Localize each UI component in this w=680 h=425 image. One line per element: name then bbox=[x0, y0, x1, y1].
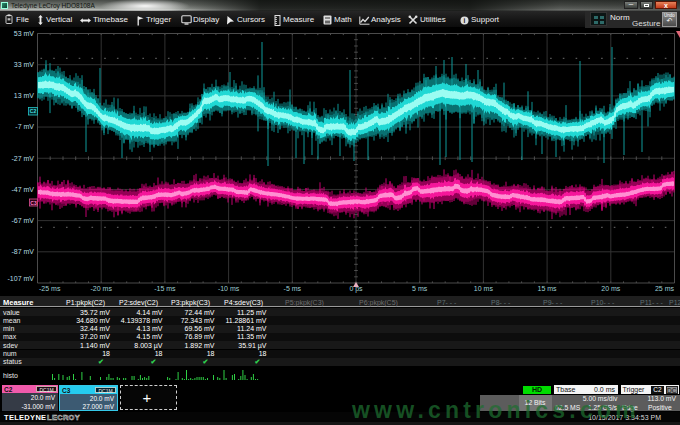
svg-text:-5 ms: -5 ms bbox=[284, 285, 302, 292]
svg-text:-67 mV: -67 mV bbox=[11, 217, 34, 224]
svg-text:13 mV: 13 mV bbox=[14, 92, 35, 99]
svg-text:-25 ms: -25 ms bbox=[39, 285, 61, 292]
svg-text:-47 mV: -47 mV bbox=[11, 186, 34, 193]
svg-text:15 ms: 15 ms bbox=[538, 285, 558, 292]
svg-text:-27 mV: -27 mV bbox=[11, 155, 34, 162]
svg-text:25 ms: 25 ms bbox=[655, 285, 675, 292]
svg-text:-107 mV: -107 mV bbox=[8, 275, 35, 282]
svg-text:C3: C3 bbox=[30, 200, 37, 206]
svg-text:-87 mV: -87 mV bbox=[11, 248, 34, 255]
svg-text:-7 mV: -7 mV bbox=[15, 123, 34, 130]
svg-text:53 mV: 53 mV bbox=[14, 30, 35, 37]
svg-text:-10 ms: -10 ms bbox=[218, 285, 240, 292]
svg-text:C2: C2 bbox=[30, 108, 37, 114]
svg-text:-20 ms: -20 ms bbox=[90, 285, 112, 292]
svg-text:33 mV: 33 mV bbox=[14, 61, 35, 68]
svg-text:10 ms: 10 ms bbox=[474, 285, 494, 292]
svg-text:20 ms: 20 ms bbox=[601, 285, 621, 292]
svg-text:5 ms: 5 ms bbox=[412, 285, 428, 292]
svg-text:-15 ms: -15 ms bbox=[154, 285, 176, 292]
